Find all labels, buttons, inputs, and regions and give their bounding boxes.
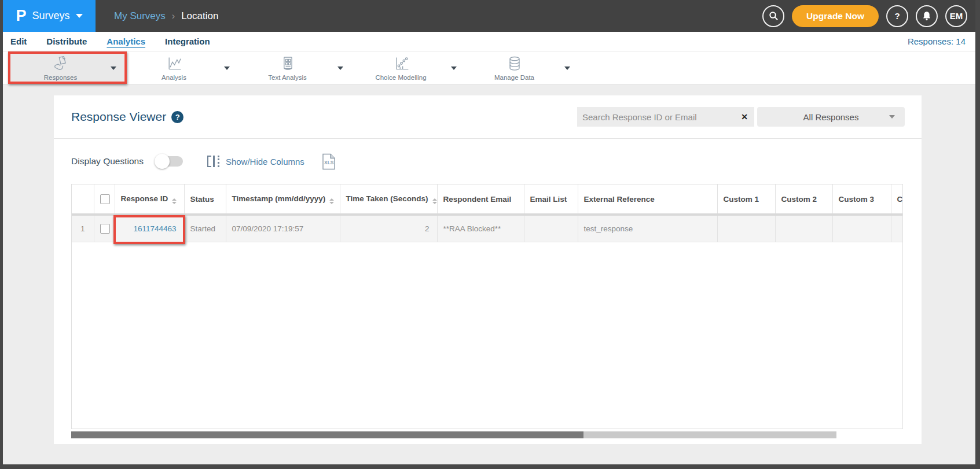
custom-2-cell bbox=[775, 215, 832, 242]
analytics-toolbar: Responses Analysis Text Analy bbox=[3, 51, 975, 85]
row-select-cell bbox=[94, 215, 115, 242]
survey-nav: Edit Distribute Analytics Integration Re… bbox=[3, 32, 975, 51]
select-all-checkbox[interactable] bbox=[100, 194, 110, 204]
chevron-down-icon[interactable] bbox=[564, 67, 570, 70]
display-questions-toggle[interactable] bbox=[156, 156, 183, 167]
row-checkbox[interactable] bbox=[100, 224, 110, 234]
hand-holding-paper-icon bbox=[52, 55, 69, 72]
breadcrumb: My Surveys › Location bbox=[114, 10, 218, 22]
chevron-down-icon[interactable] bbox=[337, 67, 343, 70]
chevron-down-icon bbox=[76, 14, 83, 18]
toolbar-item-analysis[interactable]: Analysis bbox=[124, 54, 237, 82]
help-icon[interactable]: ? bbox=[171, 111, 183, 123]
top-bar-actions: Upgrade Now ? EM bbox=[762, 5, 975, 27]
table-controls-row: Display Questions Show/Hide Columns XLS bbox=[54, 139, 922, 184]
breadcrumb-my-surveys[interactable]: My Surveys bbox=[114, 10, 166, 22]
chevron-down-icon bbox=[889, 115, 895, 119]
database-icon bbox=[506, 55, 523, 72]
show-hide-columns-label: Show/Hide Columns bbox=[226, 157, 304, 167]
display-questions-label: Display Questions bbox=[71, 156, 144, 167]
search-button[interactable] bbox=[762, 5, 784, 27]
page-background: Response Viewer ? ✕ All Responses Displa… bbox=[3, 85, 975, 464]
panel-header-controls: ✕ All Responses bbox=[577, 107, 905, 127]
col-custom-1: Custom 1 bbox=[717, 184, 775, 215]
col-status: Status bbox=[184, 184, 226, 215]
tab-edit[interactable]: Edit bbox=[10, 36, 27, 46]
col-custom-4: Custom 4 bbox=[891, 184, 903, 215]
toolbar-item-responses[interactable]: Responses bbox=[10, 54, 124, 82]
toolbar-label: Analysis bbox=[162, 74, 186, 81]
response-search-box: ✕ bbox=[577, 107, 754, 127]
brand-logo-icon: P bbox=[16, 8, 26, 24]
app-window: P Surveys My Surveys › Location Upgrade … bbox=[3, 0, 975, 464]
toolbar-label: Responses bbox=[44, 74, 78, 81]
response-filter-dropdown[interactable]: All Responses bbox=[757, 107, 905, 127]
chevron-down-icon[interactable] bbox=[111, 67, 116, 70]
horizontal-scrollbar[interactable] bbox=[71, 431, 903, 438]
document-grid-icon bbox=[279, 55, 296, 72]
toolbar-label: Choice Modelling bbox=[375, 74, 426, 81]
chevron-down-icon[interactable] bbox=[224, 67, 230, 70]
status-cell: Started bbox=[184, 215, 226, 242]
toolbar-label: Text Analysis bbox=[268, 74, 306, 81]
show-hide-columns-button[interactable]: Show/Hide Columns bbox=[207, 156, 304, 167]
email-list-cell bbox=[524, 215, 578, 242]
breadcrumb-separator-icon: › bbox=[172, 11, 175, 21]
toolbar-item-text-analysis[interactable]: Text Analysis bbox=[237, 54, 351, 82]
panel-header: Response Viewer ? ✕ All Responses bbox=[54, 95, 922, 139]
responses-table: Response ID Status Timestamp (mm/dd/yyyy… bbox=[72, 184, 903, 242]
table-header-row: Response ID Status Timestamp (mm/dd/yyyy… bbox=[72, 184, 903, 215]
toolbar-label: Manage Data bbox=[494, 74, 534, 81]
avatar[interactable]: EM bbox=[945, 5, 967, 27]
col-timestamp[interactable]: Timestamp (mm/dd/yyyy) bbox=[226, 184, 340, 215]
sort-icon[interactable] bbox=[432, 198, 437, 204]
search-input[interactable] bbox=[582, 112, 737, 122]
response-viewer-panel: Response Viewer ? ✕ All Responses Displa… bbox=[54, 95, 922, 444]
xls-file-icon: XLS bbox=[322, 153, 336, 170]
external-reference-cell: test_response bbox=[578, 215, 717, 242]
response-id-link[interactable]: 1611744463 bbox=[115, 215, 184, 242]
export-xls-button[interactable]: XLS bbox=[322, 153, 336, 170]
line-chart-icon bbox=[166, 55, 183, 72]
chevron-down-icon[interactable] bbox=[451, 67, 457, 70]
svg-text:XLS: XLS bbox=[324, 160, 334, 165]
col-email-list: Email List bbox=[524, 184, 578, 215]
top-bar: P Surveys My Surveys › Location Upgrade … bbox=[3, 0, 975, 32]
clear-search-icon[interactable]: ✕ bbox=[741, 112, 748, 121]
col-custom-2: Custom 2 bbox=[775, 184, 832, 215]
sort-icon[interactable] bbox=[172, 198, 177, 204]
bell-icon bbox=[922, 11, 932, 21]
notifications-button[interactable] bbox=[916, 5, 938, 27]
col-time-taken[interactable]: Time Taken (Seconds) bbox=[340, 184, 437, 215]
time-taken-cell: 2 bbox=[340, 215, 437, 242]
toolbar-item-manage-data[interactable]: Manage Data bbox=[464, 54, 578, 82]
product-switcher[interactable]: P Surveys bbox=[3, 0, 96, 32]
col-respondent-email: Respondent Email bbox=[437, 184, 524, 215]
custom-1-cell bbox=[717, 215, 775, 242]
toggle-knob bbox=[155, 154, 170, 169]
toolbar-item-choice-modelling[interactable]: Choice Modelling bbox=[351, 54, 464, 82]
table-row: 1 1611744463 Started 07/09/2020 17:19:57… bbox=[72, 215, 903, 242]
custom-4-cell bbox=[891, 215, 903, 242]
responses-table-viewport: Response ID Status Timestamp (mm/dd/yyyy… bbox=[71, 184, 903, 429]
scatter-chart-icon bbox=[392, 55, 410, 72]
tab-analytics[interactable]: Analytics bbox=[107, 36, 145, 46]
columns-icon bbox=[207, 156, 219, 167]
respondent-email-cell: **RAA Blocked** bbox=[437, 215, 524, 242]
search-icon bbox=[768, 10, 779, 21]
filter-selected-value: All Responses bbox=[803, 112, 859, 122]
tab-integration[interactable]: Integration bbox=[165, 36, 210, 46]
tab-distribute[interactable]: Distribute bbox=[46, 36, 87, 46]
upgrade-now-button[interactable]: Upgrade Now bbox=[792, 5, 879, 27]
product-name: Surveys bbox=[32, 10, 69, 22]
col-response-id[interactable]: Response ID bbox=[115, 184, 184, 215]
breadcrumb-current-survey: Location bbox=[181, 10, 218, 22]
page-title: Response Viewer bbox=[71, 110, 166, 124]
help-button[interactable]: ? bbox=[886, 5, 908, 27]
sort-icon[interactable] bbox=[329, 198, 334, 204]
responses-count: Responses: 14 bbox=[908, 36, 966, 46]
scrollbar-thumb[interactable] bbox=[71, 431, 583, 438]
custom-3-cell bbox=[832, 215, 891, 242]
timestamp-cell: 07/09/2020 17:19:57 bbox=[226, 215, 340, 242]
col-custom-3: Custom 3 bbox=[832, 184, 891, 215]
